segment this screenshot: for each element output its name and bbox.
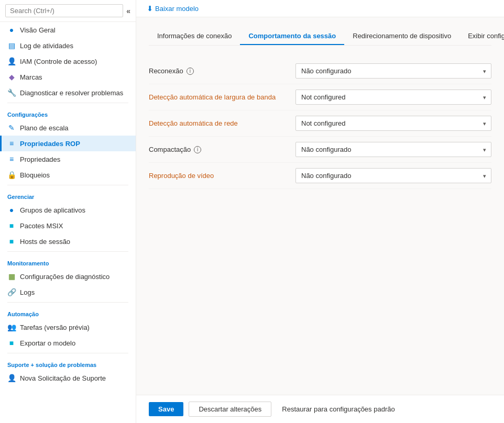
tab-redirecionamento-dispositivo[interactable]: Redirecionamento de dispositivo xyxy=(344,28,459,45)
download-link[interactable]: ⬆ Baixar modelo xyxy=(147,4,199,13)
nav-icon-visao-geral: ● xyxy=(7,26,16,34)
nav-icon-tarefas: 👥 xyxy=(7,323,16,331)
nav-icon-plano-escala: ✎ xyxy=(7,124,16,132)
sidebar-item-bloqueios[interactable]: 🔒Bloqueios xyxy=(0,167,136,183)
nav-icon-nova-solicitacao: 👤 xyxy=(7,374,16,382)
nav-icon-grupos-aplicativos: ● xyxy=(7,206,16,214)
sidebar-nav: ●Visão Geral▤Log de atividades👤IAM (Cont… xyxy=(0,22,136,386)
sidebar-item-label-hosts-sessao: Hosts de sessão xyxy=(20,238,70,246)
form-row-compactacao: CompactaçãoiNão configuradoHabilitadoDes… xyxy=(149,137,491,163)
form-row-deteccao-rede: Detecção automática de redeNot configure… xyxy=(149,110,491,137)
sidebar-item-propriedades-rop[interactable]: ≡Propriedades ROP xyxy=(0,136,136,151)
nav-icon-pacotes-msix: ■ xyxy=(7,221,16,230)
nav-divider xyxy=(7,353,128,353)
select-wrapper-deteccao-rede: Not configuredEnabledDisabled▾ xyxy=(295,116,491,131)
content-area: Informações de conexãoComportamento da s… xyxy=(136,17,504,395)
nav-divider xyxy=(7,302,128,303)
sidebar-item-marcas[interactable]: ◆Marcas xyxy=(0,69,136,85)
download-icon: ⬆ xyxy=(147,4,153,13)
restore-link[interactable]: Restaurar para configurações padrão xyxy=(282,405,395,413)
tab-informacoes-conexao[interactable]: Informações de conexão xyxy=(149,28,240,45)
collapse-icon[interactable]: « xyxy=(126,7,130,15)
nav-icon-hosts-sessao: ■ xyxy=(7,237,16,246)
discard-button[interactable]: Descartar alterações xyxy=(189,402,271,417)
footer: Save Descartar alterações Restaurar para… xyxy=(136,395,504,423)
sidebar-item-pacotes-msix[interactable]: ■Pacotes MSIX xyxy=(0,218,136,233)
nav-section-label: Monitoramento xyxy=(0,254,136,269)
nav-icon-bloqueios: 🔒 xyxy=(7,171,16,179)
form-control-compactacao: Não configuradoHabilitadoDesabilitado▾ xyxy=(295,142,491,157)
nav-divider xyxy=(7,103,128,103)
select-wrapper-compactacao: Não configuradoHabilitadoDesabilitado▾ xyxy=(295,142,491,157)
form-row-reproducao-video: Reprodução de vídeoNão configuradoHabili… xyxy=(149,163,491,189)
sidebar-item-config-diagnostico[interactable]: ▦Configurações de diagnóstico xyxy=(0,269,136,284)
sidebar-item-grupos-aplicativos[interactable]: ●Grupos de aplicativos xyxy=(0,202,136,218)
select-deteccao-largura[interactable]: Not configuredEnabledDisabled xyxy=(295,90,491,105)
nav-icon-marcas: ◆ xyxy=(7,73,16,81)
nav-icon-config-diagnostico: ▦ xyxy=(7,272,16,281)
select-reconexao[interactable]: Não configuradoHabilitadoDesabilitado xyxy=(295,63,491,79)
nav-divider xyxy=(7,251,128,252)
form-label-compactacao: Compactaçãoi xyxy=(149,146,295,153)
form-label-deteccao-rede: Detecção automática de rede xyxy=(149,119,295,127)
select-wrapper-deteccao-largura: Not configuredEnabledDisabled▾ xyxy=(295,90,491,105)
form-row-reconexao: ReconexãoiNão configuradoHabilitadoDesab… xyxy=(149,58,491,84)
form-section: ReconexãoiNão configuradoHabilitadoDesab… xyxy=(149,58,491,189)
sidebar-item-label-bloqueios: Bloqueios xyxy=(20,171,50,179)
info-icon-reconexao[interactable]: i xyxy=(187,68,194,75)
sidebar-item-iam[interactable]: 👤IAM (Controle de acesso) xyxy=(0,53,136,69)
tab-exibir-configuracoes[interactable]: Exibir configurações xyxy=(459,28,504,45)
save-button[interactable]: Save xyxy=(149,402,183,416)
sidebar-item-label-nova-solicitacao: Nova Solicitação de Suporte xyxy=(20,374,106,382)
form-row-deteccao-largura: Detecção automática de largura de bandaN… xyxy=(149,84,491,110)
sidebar-item-label-tarefas: Tarefas (versão prévia) xyxy=(20,324,90,331)
sidebar-item-hosts-sessao[interactable]: ■Hosts de sessão xyxy=(0,233,136,249)
form-label-reconexao: Reconexãoi xyxy=(149,67,295,75)
form-control-reproducao-video: Não configuradoHabilitadoDesabilitado▾ xyxy=(295,168,491,183)
tab-comportamento-sessao[interactable]: Comportamento da sessão xyxy=(240,28,344,45)
top-bar: ⬆ Baixar modelo xyxy=(136,0,504,17)
download-label: Baixar modelo xyxy=(155,5,199,13)
sidebar-item-label-propriedades-rop: Propriedades ROP xyxy=(20,140,80,148)
sidebar-item-label-visao-geral: Visão Geral xyxy=(20,26,56,34)
sidebar-item-label-plano-escala: Plano de escala xyxy=(20,124,69,132)
sidebar-item-label-config-diagnostico: Configurações de diagnóstico xyxy=(20,273,109,281)
search-input[interactable] xyxy=(5,4,123,17)
nav-section-label: Suporte + solução de problemas xyxy=(0,355,136,370)
sidebar-item-label-propriedades: Propriedades xyxy=(20,155,60,163)
sidebar-item-plano-escala[interactable]: ✎Plano de escala xyxy=(0,120,136,136)
sidebar-item-label-pacotes-msix: Pacotes MSIX xyxy=(20,222,63,230)
tabs-container: Informações de conexãoComportamento da s… xyxy=(149,28,491,46)
form-control-reconexao: Não configuradoHabilitadoDesabilitado▾ xyxy=(295,63,491,79)
sidebar-item-label-iam: IAM (Controle de acesso) xyxy=(20,58,97,65)
select-compactacao[interactable]: Não configuradoHabilitadoDesabilitado xyxy=(295,142,491,157)
sidebar: « ●Visão Geral▤Log de atividades👤IAM (Co… xyxy=(0,0,136,423)
nav-icon-propriedades: ≡ xyxy=(7,155,16,163)
sidebar-item-tarefas[interactable]: 👥Tarefas (versão prévia) xyxy=(0,319,136,335)
sidebar-item-label-exportar-modelo: Exportar o modelo xyxy=(20,339,75,347)
select-reproducao-video[interactable]: Não configuradoHabilitadoDesabilitado xyxy=(295,168,491,183)
nav-divider xyxy=(7,185,128,185)
form-label-reproducao-video: Reprodução de vídeo xyxy=(149,172,295,180)
search-box: « xyxy=(0,0,136,22)
nav-icon-logs: 🔗 xyxy=(7,288,16,296)
info-icon-compactacao[interactable]: i xyxy=(194,146,201,153)
sidebar-item-label-logs: Logs xyxy=(20,288,35,296)
sidebar-item-label-diagnosticar: Diagnosticar e resolver problemas xyxy=(20,89,123,97)
select-deteccao-rede[interactable]: Not configuredEnabledDisabled xyxy=(295,116,491,131)
form-control-deteccao-largura: Not configuredEnabledDisabled▾ xyxy=(295,90,491,105)
sidebar-item-diagnosticar[interactable]: 🔧Diagnosticar e resolver problemas xyxy=(0,85,136,101)
nav-section-label: Automação xyxy=(0,305,136,319)
select-wrapper-reproducao-video: Não configuradoHabilitadoDesabilitado▾ xyxy=(295,168,491,183)
sidebar-item-exportar-modelo[interactable]: ■Exportar o modelo xyxy=(0,335,136,351)
nav-icon-iam: 👤 xyxy=(7,57,16,65)
form-label-deteccao-largura: Detecção automática de largura de banda xyxy=(149,93,295,101)
nav-icon-log-atividades: ▤ xyxy=(7,41,16,50)
sidebar-item-visao-geral[interactable]: ●Visão Geral xyxy=(0,22,136,38)
sidebar-item-propriedades[interactable]: ≡Propriedades xyxy=(0,151,136,167)
sidebar-item-nova-solicitacao[interactable]: 👤Nova Solicitação de Suporte xyxy=(0,370,136,386)
sidebar-item-logs[interactable]: 🔗Logs xyxy=(0,284,136,300)
sidebar-item-label-log-atividades: Log de atividades xyxy=(20,42,73,50)
sidebar-item-log-atividades[interactable]: ▤Log de atividades xyxy=(0,38,136,53)
main-content: ⬆ Baixar modelo Informações de conexãoCo… xyxy=(136,0,504,423)
